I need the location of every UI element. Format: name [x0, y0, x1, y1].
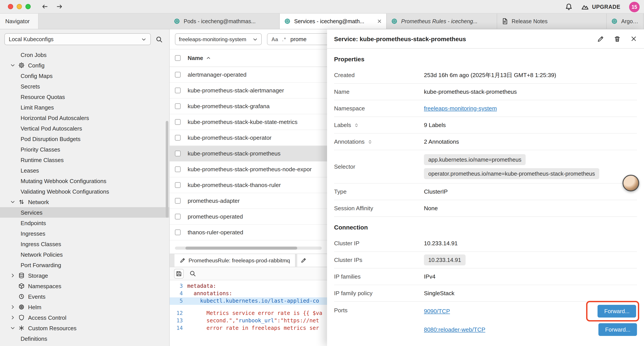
- minimize-window-button[interactable]: [17, 4, 22, 9]
- sidebar-item-services[interactable]: Services: [0, 207, 169, 218]
- close-icon[interactable]: [377, 19, 382, 24]
- sidebar-item-horizontal-pod-autoscalers[interactable]: Horizontal Pod Autoscalers: [0, 113, 169, 123]
- edit-icon[interactable]: [597, 35, 604, 42]
- row-checkbox[interactable]: [175, 198, 180, 204]
- notifications-bell-icon[interactable]: [565, 3, 573, 10]
- scrollbar-thumb[interactable]: [186, 247, 297, 250]
- sidebar-item-leases[interactable]: Leases: [0, 165, 169, 176]
- table-row[interactable]: kube-prometheus-stack-alertmanager: [170, 83, 327, 98]
- table-row[interactable]: kube-prometheus-stack-operator: [170, 130, 327, 146]
- sidebar-item-secrets[interactable]: Secrets: [0, 81, 169, 91]
- sidebar-item-events[interactable]: Events: [0, 291, 169, 302]
- sidebar-item-pod-disruption-budgets[interactable]: Pod Disruption Budgets: [0, 134, 169, 144]
- sidebar-item-network[interactable]: Network: [0, 197, 169, 207]
- chevron-right-icon[interactable]: [9, 315, 16, 320]
- sidebar-item-access-control[interactable]: Access Control: [0, 312, 169, 323]
- sidebar-item-helm[interactable]: Helm: [0, 302, 169, 312]
- sidebar-item-network-policies[interactable]: Network Policies: [0, 249, 169, 260]
- forward-icon[interactable]: [56, 3, 63, 10]
- sidebar-item-ingresses[interactable]: Ingresses: [0, 228, 169, 239]
- table-row[interactable]: kube-prometheus-stack-kube-state-metrics: [170, 114, 327, 130]
- sidebar-item-endpoints[interactable]: Endpoints: [0, 218, 169, 228]
- table-row[interactable]: kube-prometheus-stack-prometheus: [170, 146, 327, 162]
- chevron-down-icon[interactable]: [9, 63, 16, 68]
- tab-argo-se[interactable]: Argo Se: [607, 13, 644, 29]
- chevron-down-icon[interactable]: [9, 199, 16, 205]
- sidebar-item-custom-resources[interactable]: Custom Resources: [0, 323, 169, 333]
- row-checkbox[interactable]: [175, 72, 180, 77]
- dock-tab-prometheusrule[interactable]: PrometheusRule: freeleaps-prod-rabbitmq: [174, 254, 296, 267]
- table-row[interactable]: prometheus-operated: [170, 209, 327, 225]
- back-icon[interactable]: [41, 3, 48, 10]
- sidebar-item-priority-classes[interactable]: Priority Classes: [0, 144, 169, 155]
- row-checkbox[interactable]: [175, 135, 180, 141]
- sidebar-item-mutating-webhook-configurations[interactable]: Mutating Webhook Configurations: [0, 176, 169, 186]
- row-checkbox[interactable]: [175, 214, 180, 219]
- table-row[interactable]: prometheus-adapter: [170, 193, 327, 209]
- notification-count-badge[interactable]: 15: [629, 1, 640, 12]
- close-drawer-icon[interactable]: [630, 35, 637, 42]
- port-link[interactable]: 8080:reloader-web/TCP: [424, 326, 485, 333]
- search-input[interactable]: [290, 36, 321, 42]
- match-case-toggle[interactable]: Aa: [271, 36, 278, 42]
- chevron-right-icon[interactable]: [9, 304, 16, 310]
- name-column-header[interactable]: Name: [188, 55, 211, 61]
- forward-button[interactable]: Forward...: [599, 323, 637, 336]
- tab-pods-icecheng-mathmas[interactable]: Pods - icecheng@mathmas...: [169, 13, 280, 29]
- avatar[interactable]: [622, 175, 639, 191]
- sort-icon[interactable]: [367, 139, 372, 144]
- sidebar-item-port-forwarding[interactable]: Port Forwarding: [0, 260, 169, 270]
- tab-release-notes[interactable]: Release Notes: [497, 13, 607, 29]
- row-checkbox[interactable]: [175, 230, 180, 235]
- sidebar-item-ingress-classes[interactable]: Ingress Classes: [0, 239, 169, 249]
- namespace-link[interactable]: freeleaps-monitoring-system: [424, 105, 497, 112]
- tab-services-icecheng-math[interactable]: Services - icecheng@math...: [280, 13, 387, 29]
- tab-prometheus-rules-icecheng[interactable]: Prometheus Rules - icecheng...: [387, 13, 497, 29]
- chevron-down-icon[interactable]: [9, 326, 16, 331]
- sidebar-item-storage[interactable]: Storage: [0, 270, 169, 281]
- row-checkbox[interactable]: [175, 103, 180, 109]
- namespace-selector[interactable]: freeleaps-monitoring-system: [175, 33, 262, 45]
- kubeconfig-selector[interactable]: Local Kubeconfigs: [4, 33, 151, 45]
- table-row[interactable]: kube-prometheus-stack-thanos-ruler: [170, 177, 327, 193]
- row-checkbox[interactable]: [175, 182, 180, 188]
- sidebar-item-cron-jobs[interactable]: Cron Jobs: [0, 49, 169, 60]
- yaml-editor[interactable]: 3metadata:4 annotations:5 kubectl.kubern…: [170, 280, 327, 346]
- port-link[interactable]: 9090/TCP: [424, 308, 450, 314]
- sidebar-scrollbar[interactable]: [166, 121, 168, 218]
- sidebar-item-config-maps[interactable]: Config Maps: [0, 70, 169, 81]
- regex-toggle[interactable]: .*: [282, 36, 286, 42]
- sidebar-item-definitions[interactable]: Definitions: [0, 333, 169, 344]
- close-window-button[interactable]: [8, 4, 13, 9]
- table-row[interactable]: alertmanager-operated: [170, 67, 327, 83]
- row-checkbox[interactable]: [175, 151, 180, 156]
- forward-button[interactable]: Forward...: [598, 305, 636, 317]
- sidebar-item-runtime-classes[interactable]: Runtime Classes: [0, 155, 169, 165]
- sidebar-item-resource-quotas[interactable]: Resource Quotas: [0, 91, 169, 102]
- table-row[interactable]: thanos-ruler-operated: [170, 225, 327, 240]
- delete-icon[interactable]: [614, 35, 621, 42]
- sidebar-item-validating-webhook-configurations[interactable]: Validating Webhook Configurations: [0, 186, 169, 197]
- sidebar-item-label: Ingresses: [20, 230, 45, 237]
- save-button[interactable]: [174, 269, 184, 278]
- table-search-box[interactable]: Aa .*: [267, 33, 327, 45]
- sidebar-search-icon[interactable]: [156, 36, 163, 43]
- dock-tab-partial[interactable]: [298, 254, 327, 267]
- row-checkbox[interactable]: [175, 119, 180, 125]
- table-row[interactable]: kube-prometheus-stack-grafana: [170, 98, 327, 114]
- chevron-right-icon[interactable]: [9, 273, 16, 278]
- sort-icon[interactable]: [354, 122, 359, 128]
- maximize-window-button[interactable]: [26, 4, 31, 9]
- sidebar-item-limit-ranges[interactable]: Limit Ranges: [0, 102, 169, 113]
- editor-search-icon[interactable]: [190, 270, 196, 277]
- sidebar-item-namespaces[interactable]: Namespaces: [0, 281, 169, 291]
- upgrade-button[interactable]: UPGRADE: [582, 3, 620, 10]
- row-checkbox[interactable]: [175, 166, 180, 172]
- table-row[interactable]: kube-prometheus-stack-prometheus-node-ex…: [170, 162, 327, 177]
- row-checkbox[interactable]: [175, 88, 180, 93]
- select-all-checkbox[interactable]: [175, 55, 180, 61]
- sidebar-item-config[interactable]: Config: [0, 60, 169, 70]
- horizontal-scrollbar[interactable]: [175, 247, 322, 250]
- sidebar-item-vertical-pod-autoscalers[interactable]: Vertical Pod Autoscalers: [0, 123, 169, 134]
- database-icon: [18, 272, 25, 279]
